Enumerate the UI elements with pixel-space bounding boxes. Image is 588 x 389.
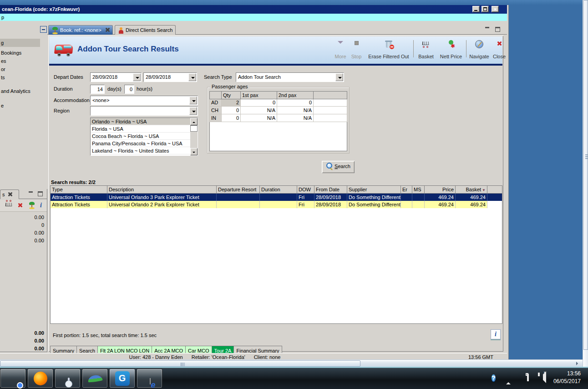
basket-value: 0 bbox=[41, 222, 44, 228]
tab-booking-ref-label: Book. ref.: <none> bbox=[60, 27, 101, 33]
nett-price-button[interactable]: ✱ Nett Price bbox=[438, 39, 464, 59]
dropdown-icon[interactable] bbox=[189, 97, 197, 104]
depart-date-1-combo[interactable]: 28/09/2018 bbox=[90, 72, 142, 82]
tray-show-hidden-icons[interactable] bbox=[506, 377, 511, 389]
close-icon[interactable] bbox=[8, 192, 12, 196]
palm-tree-icon[interactable] bbox=[28, 202, 35, 209]
search-button[interactable]: Search bbox=[322, 161, 355, 173]
basket-button[interactable]: Basket bbox=[415, 39, 437, 59]
close-window-button[interactable]: × bbox=[492, 6, 499, 12]
search-type-combo[interactable]: Addon Tour Search bbox=[236, 72, 344, 82]
results-header-row[interactable]: Type Description Departure Resort Durati… bbox=[51, 186, 502, 194]
dropdown-icon[interactable] bbox=[133, 73, 141, 81]
sidebar-item[interactable]: ts bbox=[0, 73, 40, 82]
trash-icon bbox=[385, 40, 392, 48]
region-option[interactable]: Orlando ~ Florida ~ USA bbox=[91, 118, 190, 125]
taskbar-firefox-button[interactable] bbox=[27, 369, 53, 388]
sort-desc-icon: ▼ bbox=[482, 188, 486, 192]
close-pane-button[interactable]: Close bbox=[492, 39, 507, 59]
info-icon[interactable]: i bbox=[40, 202, 42, 209]
taskbar-clock[interactable]: 13:56 06/05/2017 bbox=[553, 370, 581, 385]
viewer-vertical-scrollbar[interactable] bbox=[583, 0, 588, 367]
sidebar-item[interactable]: e bbox=[0, 102, 40, 110]
table-row[interactable]: IN 0 N/A N/A bbox=[210, 114, 347, 122]
menu-item[interactable]: p bbox=[1, 15, 4, 20]
taskbar-app-button[interactable] bbox=[82, 369, 108, 388]
maximize-button[interactable] bbox=[482, 6, 489, 12]
results-count-label: Search results: 2/2 bbox=[51, 179, 96, 185]
sidebar-item[interactable]: or bbox=[0, 65, 40, 73]
dropdown-icon[interactable] bbox=[335, 73, 343, 81]
dropdown-icon[interactable] bbox=[188, 73, 196, 81]
mdi-restore-button[interactable] bbox=[494, 26, 502, 33]
menu-bar[interactable]: p bbox=[0, 14, 507, 21]
swoosh-app-icon bbox=[87, 374, 103, 382]
region-option[interactable]: Lakeland ~ Florida ~ United States bbox=[91, 147, 190, 154]
result-row[interactable]: Attraction Tickets Universal Orlando 2 P… bbox=[51, 201, 502, 208]
scrollbar-thumb[interactable] bbox=[0, 360, 360, 367]
basket-panel: s i 0.00 0 0.00 0.00 0.00 0.00 0.00 bbox=[0, 189, 47, 352]
delete-icon[interactable] bbox=[18, 203, 22, 208]
basket-value: 0.00 bbox=[35, 230, 44, 235]
collapse-sidebar-button[interactable] bbox=[40, 26, 47, 33]
minimize-button[interactable] bbox=[472, 6, 480, 12]
bus-icon bbox=[55, 43, 74, 56]
panel-minimize-button[interactable] bbox=[28, 191, 35, 197]
scrollbar-thumb[interactable] bbox=[583, 0, 588, 350]
header-divider bbox=[49, 64, 502, 66]
region-list-scrollbar[interactable] bbox=[190, 118, 198, 155]
sidebar-item[interactable]: and Analytics bbox=[0, 87, 40, 95]
passenger-ages-table[interactable]: Qty 1st pax 2nd pax AD 2 0 0 CH 0 N bbox=[209, 91, 347, 151]
document-tab-bar: Book. ref.: <none> Direct Clients Search bbox=[47, 25, 507, 35]
tray-network-icon[interactable] bbox=[527, 375, 529, 389]
scroll-up-icon[interactable] bbox=[190, 118, 198, 125]
sidebar-item[interactable]: g bbox=[0, 39, 40, 47]
tab-close-icon[interactable] bbox=[106, 28, 110, 32]
tray-help-icon[interactable]: ? bbox=[492, 373, 496, 389]
table-row[interactable]: CH 0 N/A N/A bbox=[210, 107, 347, 114]
close-icon bbox=[497, 41, 502, 46]
erase-filtered-out-button[interactable]: Erase Filtered Out bbox=[365, 39, 412, 59]
tab-booking-ref[interactable]: Book. ref.: <none> bbox=[48, 25, 113, 35]
table-row[interactable]: AD 2 0 0 bbox=[210, 99, 347, 107]
region-option[interactable]: Florida ~ USA bbox=[91, 125, 190, 133]
region-listbox[interactable]: Orlando ~ Florida ~ USA Florida ~ USA Co… bbox=[90, 118, 198, 156]
search-icon bbox=[326, 162, 333, 169]
accommodation-combo[interactable]: <none> bbox=[90, 96, 198, 105]
taskbar-chrome-button[interactable] bbox=[0, 369, 26, 388]
region-option[interactable]: Cocoa Beach ~ Florida ~ USA bbox=[91, 133, 190, 140]
info-button[interactable]: i bbox=[491, 329, 501, 339]
background-window-strip bbox=[0, 0, 583, 5]
tray-volume-icon[interactable] bbox=[540, 374, 546, 389]
duration-label: Duration bbox=[54, 86, 73, 92]
depart-date-2-combo[interactable]: 28/09/2018 bbox=[143, 72, 197, 82]
taskbar-g-app-button[interactable]: G bbox=[109, 369, 135, 388]
viewer-horizontal-scrollbar[interactable] bbox=[0, 359, 583, 367]
window-titlebar[interactable]: cean-Florida (code: x7zFnkwuvr) × bbox=[0, 5, 507, 14]
basket-value: 0.00 bbox=[35, 215, 44, 220]
duration-days-input[interactable]: 14 bbox=[90, 85, 105, 94]
taskbar-ie-button[interactable]: e bbox=[137, 369, 162, 388]
panel-restore-button[interactable] bbox=[37, 191, 44, 197]
sidebar-item[interactable]: Bookings bbox=[0, 49, 40, 57]
scroll-down-icon[interactable] bbox=[190, 148, 198, 155]
taskbar-remote-desktop-button[interactable] bbox=[55, 369, 81, 388]
region-combo[interactable] bbox=[90, 106, 198, 116]
dropdown-icon[interactable] bbox=[189, 107, 197, 115]
result-row-selected[interactable]: Attraction Tickets Universal Orlando 3 P… bbox=[51, 194, 502, 201]
mdi-minimize-button[interactable] bbox=[484, 26, 492, 33]
depart-dates-label: Depart Dates bbox=[54, 74, 83, 80]
navigate-button[interactable]: Navigate bbox=[468, 39, 491, 59]
basket-panel-toolbar: i bbox=[0, 200, 47, 212]
basket-panel-tab[interactable]: s bbox=[0, 189, 19, 199]
tab-direct-clients-label: Direct Clients Search bbox=[126, 27, 172, 33]
remote-desktop: cean-Florida (code: x7zFnkwuvr) × p g Bo… bbox=[0, 5, 583, 367]
tab-direct-clients-search[interactable]: Direct Clients Search bbox=[115, 25, 176, 35]
region-option[interactable]: Panama City/Pensacola ~ Florida ~ USA bbox=[91, 140, 190, 147]
compass-icon bbox=[475, 40, 483, 48]
days-label: day(s) bbox=[107, 86, 122, 92]
hours-label: hour(s) bbox=[137, 86, 152, 92]
sidebar-item[interactable]: es bbox=[0, 57, 40, 65]
duration-hours-input[interactable]: 0 bbox=[124, 85, 134, 94]
scroll-right-icon[interactable] bbox=[576, 362, 580, 365]
